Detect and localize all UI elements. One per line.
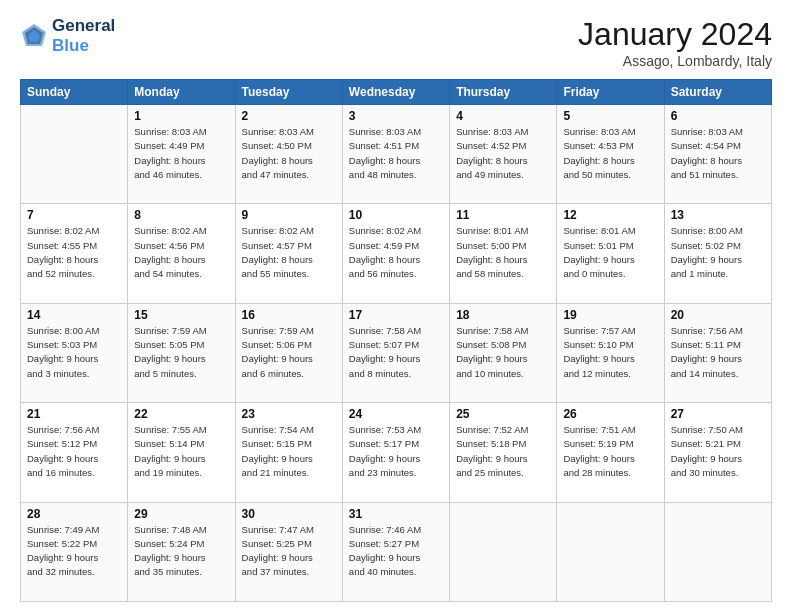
calendar-cell: 30Sunrise: 7:47 AM Sunset: 5:25 PM Dayli… bbox=[235, 502, 342, 601]
calendar-table: SundayMondayTuesdayWednesdayThursdayFrid… bbox=[20, 79, 772, 602]
calendar-cell: 2Sunrise: 8:03 AM Sunset: 4:50 PM Daylig… bbox=[235, 105, 342, 204]
calendar-cell: 6Sunrise: 8:03 AM Sunset: 4:54 PM Daylig… bbox=[664, 105, 771, 204]
calendar-cell: 12Sunrise: 8:01 AM Sunset: 5:01 PM Dayli… bbox=[557, 204, 664, 303]
day-info: Sunrise: 7:53 AM Sunset: 5:17 PM Dayligh… bbox=[349, 423, 443, 480]
day-number: 10 bbox=[349, 208, 443, 222]
calendar-cell: 20Sunrise: 7:56 AM Sunset: 5:11 PM Dayli… bbox=[664, 303, 771, 402]
day-number: 5 bbox=[563, 109, 657, 123]
calendar-cell: 10Sunrise: 8:02 AM Sunset: 4:59 PM Dayli… bbox=[342, 204, 449, 303]
day-number: 23 bbox=[242, 407, 336, 421]
day-number: 15 bbox=[134, 308, 228, 322]
month-title: January 2024 bbox=[578, 16, 772, 53]
day-info: Sunrise: 7:57 AM Sunset: 5:10 PM Dayligh… bbox=[563, 324, 657, 381]
day-info: Sunrise: 7:49 AM Sunset: 5:22 PM Dayligh… bbox=[27, 523, 121, 580]
day-number: 1 bbox=[134, 109, 228, 123]
calendar-cell: 8Sunrise: 8:02 AM Sunset: 4:56 PM Daylig… bbox=[128, 204, 235, 303]
calendar-cell: 16Sunrise: 7:59 AM Sunset: 5:06 PM Dayli… bbox=[235, 303, 342, 402]
calendar-header-wednesday: Wednesday bbox=[342, 80, 449, 105]
day-info: Sunrise: 7:55 AM Sunset: 5:14 PM Dayligh… bbox=[134, 423, 228, 480]
calendar-cell: 26Sunrise: 7:51 AM Sunset: 5:19 PM Dayli… bbox=[557, 403, 664, 502]
day-info: Sunrise: 8:02 AM Sunset: 4:59 PM Dayligh… bbox=[349, 224, 443, 281]
day-number: 21 bbox=[27, 407, 121, 421]
day-info: Sunrise: 8:00 AM Sunset: 5:03 PM Dayligh… bbox=[27, 324, 121, 381]
calendar-cell: 15Sunrise: 7:59 AM Sunset: 5:05 PM Dayli… bbox=[128, 303, 235, 402]
calendar-cell: 24Sunrise: 7:53 AM Sunset: 5:17 PM Dayli… bbox=[342, 403, 449, 502]
calendar-cell bbox=[450, 502, 557, 601]
calendar-cell: 9Sunrise: 8:02 AM Sunset: 4:57 PM Daylig… bbox=[235, 204, 342, 303]
calendar-cell: 21Sunrise: 7:56 AM Sunset: 5:12 PM Dayli… bbox=[21, 403, 128, 502]
location: Assago, Lombardy, Italy bbox=[578, 53, 772, 69]
day-info: Sunrise: 8:03 AM Sunset: 4:52 PM Dayligh… bbox=[456, 125, 550, 182]
day-number: 26 bbox=[563, 407, 657, 421]
day-number: 27 bbox=[671, 407, 765, 421]
calendar-cell: 22Sunrise: 7:55 AM Sunset: 5:14 PM Dayli… bbox=[128, 403, 235, 502]
day-info: Sunrise: 7:58 AM Sunset: 5:08 PM Dayligh… bbox=[456, 324, 550, 381]
calendar-cell bbox=[21, 105, 128, 204]
calendar-cell: 31Sunrise: 7:46 AM Sunset: 5:27 PM Dayli… bbox=[342, 502, 449, 601]
day-info: Sunrise: 7:50 AM Sunset: 5:21 PM Dayligh… bbox=[671, 423, 765, 480]
day-number: 4 bbox=[456, 109, 550, 123]
logo-text: General Blue bbox=[52, 16, 115, 55]
calendar-week-row: 21Sunrise: 7:56 AM Sunset: 5:12 PM Dayli… bbox=[21, 403, 772, 502]
day-number: 3 bbox=[349, 109, 443, 123]
day-number: 24 bbox=[349, 407, 443, 421]
calendar-cell: 28Sunrise: 7:49 AM Sunset: 5:22 PM Dayli… bbox=[21, 502, 128, 601]
day-info: Sunrise: 8:03 AM Sunset: 4:51 PM Dayligh… bbox=[349, 125, 443, 182]
calendar-header-tuesday: Tuesday bbox=[235, 80, 342, 105]
calendar-cell bbox=[664, 502, 771, 601]
calendar-cell: 27Sunrise: 7:50 AM Sunset: 5:21 PM Dayli… bbox=[664, 403, 771, 502]
calendar-cell: 19Sunrise: 7:57 AM Sunset: 5:10 PM Dayli… bbox=[557, 303, 664, 402]
calendar-cell: 3Sunrise: 8:03 AM Sunset: 4:51 PM Daylig… bbox=[342, 105, 449, 204]
day-info: Sunrise: 8:02 AM Sunset: 4:57 PM Dayligh… bbox=[242, 224, 336, 281]
calendar-cell: 17Sunrise: 7:58 AM Sunset: 5:07 PM Dayli… bbox=[342, 303, 449, 402]
calendar-week-row: 1Sunrise: 8:03 AM Sunset: 4:49 PM Daylig… bbox=[21, 105, 772, 204]
calendar-cell: 29Sunrise: 7:48 AM Sunset: 5:24 PM Dayli… bbox=[128, 502, 235, 601]
day-info: Sunrise: 7:47 AM Sunset: 5:25 PM Dayligh… bbox=[242, 523, 336, 580]
day-number: 29 bbox=[134, 507, 228, 521]
day-number: 31 bbox=[349, 507, 443, 521]
day-info: Sunrise: 7:48 AM Sunset: 5:24 PM Dayligh… bbox=[134, 523, 228, 580]
calendar-header-thursday: Thursday bbox=[450, 80, 557, 105]
day-number: 8 bbox=[134, 208, 228, 222]
day-number: 28 bbox=[27, 507, 121, 521]
day-number: 6 bbox=[671, 109, 765, 123]
calendar-header-saturday: Saturday bbox=[664, 80, 771, 105]
day-number: 14 bbox=[27, 308, 121, 322]
day-number: 13 bbox=[671, 208, 765, 222]
day-number: 20 bbox=[671, 308, 765, 322]
day-number: 17 bbox=[349, 308, 443, 322]
calendar-week-row: 28Sunrise: 7:49 AM Sunset: 5:22 PM Dayli… bbox=[21, 502, 772, 601]
day-number: 30 bbox=[242, 507, 336, 521]
day-info: Sunrise: 8:03 AM Sunset: 4:49 PM Dayligh… bbox=[134, 125, 228, 182]
calendar-cell: 18Sunrise: 7:58 AM Sunset: 5:08 PM Dayli… bbox=[450, 303, 557, 402]
day-number: 11 bbox=[456, 208, 550, 222]
day-number: 7 bbox=[27, 208, 121, 222]
header: General Blue January 2024 Assago, Lombar… bbox=[20, 16, 772, 69]
day-number: 2 bbox=[242, 109, 336, 123]
day-info: Sunrise: 7:59 AM Sunset: 5:05 PM Dayligh… bbox=[134, 324, 228, 381]
day-info: Sunrise: 8:02 AM Sunset: 4:55 PM Dayligh… bbox=[27, 224, 121, 281]
day-number: 22 bbox=[134, 407, 228, 421]
calendar-cell: 4Sunrise: 8:03 AM Sunset: 4:52 PM Daylig… bbox=[450, 105, 557, 204]
day-number: 25 bbox=[456, 407, 550, 421]
calendar-cell: 14Sunrise: 8:00 AM Sunset: 5:03 PM Dayli… bbox=[21, 303, 128, 402]
day-number: 9 bbox=[242, 208, 336, 222]
calendar-cell: 25Sunrise: 7:52 AM Sunset: 5:18 PM Dayli… bbox=[450, 403, 557, 502]
logo: General Blue bbox=[20, 16, 115, 55]
day-info: Sunrise: 7:58 AM Sunset: 5:07 PM Dayligh… bbox=[349, 324, 443, 381]
day-info: Sunrise: 7:52 AM Sunset: 5:18 PM Dayligh… bbox=[456, 423, 550, 480]
calendar-week-row: 7Sunrise: 8:02 AM Sunset: 4:55 PM Daylig… bbox=[21, 204, 772, 303]
calendar-header-friday: Friday bbox=[557, 80, 664, 105]
day-info: Sunrise: 7:54 AM Sunset: 5:15 PM Dayligh… bbox=[242, 423, 336, 480]
day-info: Sunrise: 7:51 AM Sunset: 5:19 PM Dayligh… bbox=[563, 423, 657, 480]
title-block: January 2024 Assago, Lombardy, Italy bbox=[578, 16, 772, 69]
page: General Blue January 2024 Assago, Lombar… bbox=[0, 0, 792, 612]
day-info: Sunrise: 7:59 AM Sunset: 5:06 PM Dayligh… bbox=[242, 324, 336, 381]
day-info: Sunrise: 8:03 AM Sunset: 4:54 PM Dayligh… bbox=[671, 125, 765, 182]
day-info: Sunrise: 7:56 AM Sunset: 5:11 PM Dayligh… bbox=[671, 324, 765, 381]
day-info: Sunrise: 8:03 AM Sunset: 4:53 PM Dayligh… bbox=[563, 125, 657, 182]
logo-icon bbox=[20, 22, 48, 50]
calendar-header-monday: Monday bbox=[128, 80, 235, 105]
calendar-header-row: SundayMondayTuesdayWednesdayThursdayFrid… bbox=[21, 80, 772, 105]
calendar-header-sunday: Sunday bbox=[21, 80, 128, 105]
